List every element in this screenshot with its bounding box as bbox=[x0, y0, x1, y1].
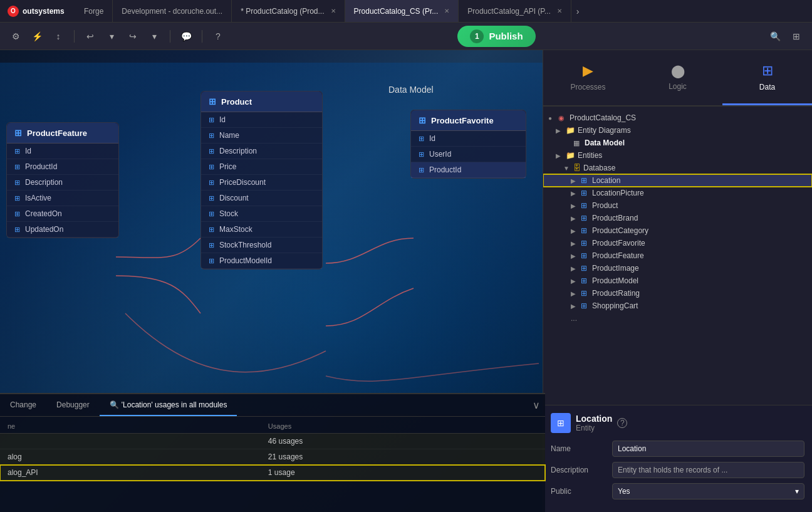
entity-product-feature[interactable]: ⊞ ProductFeature ⊞Id ⊞ProductId ⊞Descrip… bbox=[6, 122, 119, 238]
tab-data-label: Data bbox=[759, 83, 775, 91]
table-row-3[interactable]: alog_API 1 usage bbox=[0, 465, 545, 481]
tab-overflow[interactable]: › bbox=[571, 6, 585, 16]
entity-product[interactable]: ⊞ Product ⊞Id ⊞Name ⊞Description ⊞Price … bbox=[200, 91, 323, 269]
tab-productcatalog-api[interactable]: ProductCatalog_API (P... ✕ bbox=[459, 0, 571, 22]
tree-shopping-cart-label: ShoppingCart bbox=[592, 301, 638, 310]
field-p-name: ⊞Name bbox=[201, 128, 322, 144]
row3-name: alog_API bbox=[0, 465, 261, 481]
prop-value-name[interactable]: Location bbox=[612, 441, 804, 457]
tree-item-data-model[interactable]: ▦ Data Model bbox=[543, 137, 812, 149]
entity-grid-icon: ⊞ bbox=[14, 128, 22, 138]
tab-debugger-label: Debugger bbox=[56, 400, 90, 409]
tab-search-label: 'Location' usages in all modules bbox=[122, 400, 227, 409]
bottom-tabs: Change Debugger 🔍 'Location' usages in a… bbox=[0, 394, 545, 417]
entity-title-product: Product bbox=[221, 97, 252, 107]
plugin-icon[interactable]: ⚡ bbox=[29, 28, 45, 44]
tab-close-api[interactable]: ✕ bbox=[557, 8, 562, 14]
entity-title-product-feature: ProductFeature bbox=[27, 128, 87, 138]
tree-item-shopping-cart[interactable]: ▶ ⊞ ShoppingCart bbox=[543, 300, 812, 312]
entity-header-product: ⊞ Product bbox=[201, 91, 322, 112]
row2-name: alog bbox=[0, 449, 261, 465]
tree-item-more[interactable]: ... bbox=[543, 312, 812, 325]
toolbar-separator-2 bbox=[170, 30, 170, 43]
tab-change[interactable]: Change bbox=[0, 394, 46, 416]
tree-item-root[interactable]: ● ◉ ProductCatalog_CS bbox=[543, 112, 812, 124]
field-pf-updatedon: ⊞UpdatedOn bbox=[7, 222, 118, 238]
field-pf-isactive: ⊞IsActive bbox=[7, 191, 118, 206]
redo-dropdown[interactable]: ▾ bbox=[146, 28, 162, 44]
tab-productcatalog[interactable]: * ProductCatalog (Prod... ✕ bbox=[232, 0, 345, 22]
tree-item-entity-diagrams[interactable]: ▶ 📁 Entity Diagrams bbox=[543, 124, 812, 137]
tree-item-location[interactable]: ▶ ⊞ Location bbox=[543, 174, 812, 187]
tab-close-productcatalog[interactable]: ✕ bbox=[331, 8, 336, 14]
prop-title-group: Location Entity bbox=[576, 414, 612, 432]
tab-logic-label: Logic bbox=[669, 82, 687, 91]
tree-product-favorite-label: ProductFavorite bbox=[592, 239, 645, 248]
tree-item-product-image[interactable]: ▶ ⊞ ProductImage bbox=[543, 262, 812, 274]
prop-header: ⊞ Location Entity ? bbox=[551, 413, 804, 433]
property-panel: ⊞ Location Entity ? Name Location Descri… bbox=[543, 405, 812, 512]
field-p-productmodelid: ⊞ProductModelId bbox=[201, 253, 322, 269]
redo-icon[interactable]: ↪ bbox=[125, 28, 141, 44]
data-icon: ⊞ bbox=[762, 63, 773, 79]
tree-item-product-model[interactable]: ▶ ⊞ ProductModel bbox=[543, 274, 812, 287]
tree-item-product-favorite[interactable]: ▶ ⊞ ProductFavorite bbox=[543, 237, 812, 249]
data-model-label: Data Model bbox=[388, 85, 434, 95]
table-row-1[interactable]: 46 usages bbox=[0, 434, 545, 449]
search-icon[interactable]: 🔍 bbox=[767, 28, 783, 44]
tree-item-product-brand[interactable]: ▶ ⊞ ProductBrand bbox=[543, 212, 812, 224]
field-pf-id: ⊞Id bbox=[7, 144, 118, 159]
tree-item-product-category[interactable]: ▶ ⊞ ProductCategory bbox=[543, 224, 812, 237]
field-pf-description: ⊞Description bbox=[7, 175, 118, 191]
tree-item-entities[interactable]: ▶ 📁 Entities bbox=[543, 149, 812, 162]
tree-item-location-picture[interactable]: ▶ ⊞ LocationPicture bbox=[543, 187, 812, 199]
tree-product-feature-label: ProductFeature bbox=[592, 251, 644, 260]
undo-dropdown[interactable]: ▾ bbox=[103, 28, 120, 44]
field-pf-createdon: ⊞CreatedOn bbox=[7, 206, 118, 222]
tab-processes[interactable]: ▶ Processes bbox=[543, 50, 633, 105]
usages-table: ne Usages 46 usages alog 21 usages alog_… bbox=[0, 419, 545, 481]
bottom-table-container: ne Usages 46 usages alog 21 usages alog_… bbox=[0, 417, 545, 483]
prop-help-icon[interactable]: ? bbox=[617, 418, 627, 428]
field-p-stockthreshold: ⊞StockThreshold bbox=[201, 238, 322, 253]
logic-icon: ⬤ bbox=[671, 63, 685, 78]
field-pf-productid: ⊞ProductId bbox=[7, 159, 118, 175]
tree-product-brand-label: ProductBrand bbox=[592, 214, 638, 222]
tab-search[interactable]: 🔍 'Location' usages in all modules bbox=[100, 394, 237, 416]
deploy-icon[interactable]: ↕ bbox=[50, 28, 66, 44]
prop-row-public: Public Yes ▾ bbox=[551, 483, 804, 499]
field-p-maxstock: ⊞MaxStock bbox=[201, 222, 322, 238]
field-p-discount: ⊞Discount bbox=[201, 191, 322, 206]
tab-close-cs[interactable]: ✕ bbox=[444, 8, 449, 14]
prop-row-description: Description Entity that holds the record… bbox=[551, 462, 804, 478]
prop-row-name: Name Location bbox=[551, 441, 804, 457]
grid-icon[interactable]: ⊞ bbox=[788, 28, 804, 44]
undo-icon[interactable]: ↩ bbox=[82, 28, 98, 44]
tree-item-product-feature[interactable]: ▶ ⊞ ProductFeature bbox=[543, 249, 812, 262]
prop-value-public[interactable]: Yes ▾ bbox=[612, 483, 804, 499]
app-logo[interactable]: O outsystems bbox=[0, 6, 75, 17]
tree-location-label: Location bbox=[592, 176, 620, 185]
publish-button[interactable]: 1 Publish bbox=[457, 26, 535, 47]
bottom-collapse-button[interactable]: ∨ bbox=[528, 399, 545, 411]
tab-productcatalog-cs[interactable]: ProductCatalog_CS (Pr... ✕ bbox=[345, 0, 459, 22]
tab-logic[interactable]: ⬤ Logic bbox=[633, 50, 722, 105]
tree-entities-label: Entities bbox=[578, 151, 602, 160]
tree-item-product-rating[interactable]: ▶ ⊞ ProductRating bbox=[543, 287, 812, 300]
message-icon[interactable]: 💬 bbox=[178, 28, 194, 44]
tab-development[interactable]: Development - dcoruche.out... bbox=[113, 0, 232, 22]
prop-entity-icon: ⊞ bbox=[551, 413, 571, 433]
toolbar-separator-3 bbox=[202, 30, 202, 43]
settings-icon[interactable]: ⚙ bbox=[8, 28, 24, 44]
processes-icon: ▶ bbox=[583, 63, 593, 79]
tree-database-label: Database bbox=[583, 164, 615, 172]
tree-item-product[interactable]: ▶ ⊞ Product bbox=[543, 199, 812, 212]
tab-debugger[interactable]: Debugger bbox=[46, 394, 100, 416]
tree-item-database[interactable]: ▼ 🗄 Database bbox=[543, 162, 812, 174]
table-row-2[interactable]: alog 21 usages bbox=[0, 449, 545, 465]
tab-data[interactable]: ⊞ Data bbox=[722, 50, 812, 105]
help-icon[interactable]: ? bbox=[210, 28, 226, 44]
prop-value-description[interactable]: Entity that holds the records of ... bbox=[612, 462, 804, 478]
tab-forge[interactable]: Forge bbox=[75, 0, 113, 22]
entity-product-favorite[interactable]: ⊞ ProductFavorite ⊞Id ⊞UserId ⊞ProductId bbox=[410, 110, 526, 179]
